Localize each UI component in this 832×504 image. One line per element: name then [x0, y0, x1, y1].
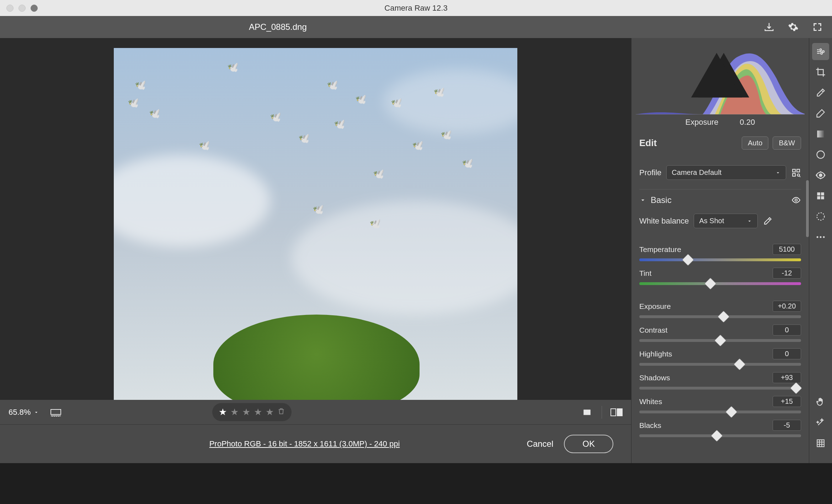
image-preview[interactable]: 🕊️ 🕊️ 🕊️ 🕊️ 🕊️ 🕊️ 🕊️ 🕊️ 🕊️ 🕊️ 🕊️ 🕊️ 🕊️ 🕊…	[114, 48, 517, 400]
svg-rect-13	[817, 130, 824, 138]
temperature-slider[interactable]: Temperature5100	[631, 237, 809, 261]
profile-label: Profile	[639, 168, 661, 177]
panel-scrollbar[interactable]	[806, 180, 809, 237]
star-5[interactable]: ★	[266, 407, 274, 418]
basic-section-header[interactable]: Basic	[631, 189, 809, 209]
svg-point-21	[817, 236, 818, 238]
histogram-readout: Exposure 0.20	[631, 114, 809, 130]
presets-tool-icon[interactable]	[812, 187, 829, 204]
eyedropper-tool-icon[interactable]	[812, 84, 829, 101]
gradient-tool-icon[interactable]	[812, 125, 829, 143]
basic-label: Basic	[651, 195, 672, 205]
svg-point-20	[817, 213, 825, 220]
slider-thumb[interactable]	[711, 430, 723, 442]
histogram-value: 0.20	[740, 118, 755, 127]
trash-icon[interactable]	[277, 407, 285, 418]
slider-value[interactable]: +15	[773, 396, 801, 407]
slider-label: Shadows	[639, 374, 670, 382]
close-window-icon[interactable]	[6, 5, 14, 12]
minimize-window-icon[interactable]	[18, 5, 26, 12]
chevron-down-icon	[747, 218, 752, 224]
chevron-down-icon	[775, 170, 781, 176]
histogram[interactable]	[631, 38, 809, 114]
slider-value[interactable]: 0	[773, 325, 801, 336]
tint-slider[interactable]: Tint-12	[631, 261, 809, 285]
svg-point-10	[820, 49, 822, 51]
image-canvas-area[interactable]: 🕊️ 🕊️ 🕊️ 🕊️ 🕊️ 🕊️ 🕊️ 🕊️ 🕊️ 🕊️ 🕊️ 🕊️ 🕊️ 🕊…	[0, 38, 631, 400]
radial-tool-icon[interactable]	[812, 146, 829, 163]
profile-value: Camera Default	[672, 168, 721, 177]
star-2[interactable]: ★	[230, 407, 239, 418]
svg-point-23	[823, 236, 825, 238]
slider-value[interactable]: -12	[773, 268, 801, 279]
before-view-icon[interactable]	[581, 406, 593, 418]
edit-tool-icon[interactable]	[812, 43, 829, 60]
slider-value[interactable]: 5100	[773, 244, 801, 255]
wb-select[interactable]: As Shot	[694, 214, 758, 228]
canvas-toolbar: 65.8% ★ ★ ★ ★ ★	[0, 400, 631, 424]
slider-label: Contrast	[639, 326, 667, 334]
zoom-window-icon[interactable]	[31, 5, 38, 12]
profile-select[interactable]: Camera Default	[666, 165, 786, 180]
svg-point-9	[795, 199, 798, 202]
svg-point-8	[797, 174, 800, 176]
svg-rect-3	[617, 409, 622, 416]
svg-rect-6	[797, 169, 800, 172]
auto-button[interactable]: Auto	[742, 136, 768, 150]
exposure-slider[interactable]: Exposure+0.20	[631, 294, 809, 318]
shadows-slider[interactable]: Shadows+93	[631, 366, 809, 390]
slider-value[interactable]: -5	[773, 420, 801, 431]
ok-button[interactable]: OK	[564, 435, 613, 453]
svg-rect-1	[583, 409, 591, 415]
magic-tool-icon[interactable]	[812, 414, 829, 431]
more-tool-icon[interactable]	[812, 229, 829, 246]
svg-rect-2	[611, 409, 616, 416]
svg-point-15	[819, 174, 822, 177]
svg-point-11	[822, 51, 824, 53]
spot-tool-icon[interactable]	[812, 208, 829, 225]
image-info[interactable]: ProPhoto RGB - 16 bit - 1852 x 1611 (3.0…	[209, 439, 400, 449]
slider-label: Temperature	[639, 245, 681, 254]
wb-eyedropper-icon[interactable]	[763, 216, 773, 226]
svg-rect-17	[821, 192, 824, 195]
hand-tool-icon[interactable]	[812, 393, 829, 411]
svg-rect-18	[817, 196, 820, 199]
titlebar: Camera Raw 12.3	[0, 0, 832, 16]
redeye-tool-icon[interactable]	[812, 167, 829, 184]
slider-value[interactable]: +0.20	[773, 301, 801, 312]
blacks-slider[interactable]: Blacks-5	[631, 413, 809, 437]
traffic-lights	[6, 5, 38, 12]
visibility-eye-icon[interactable]	[791, 195, 801, 205]
save-icon[interactable]	[763, 21, 775, 33]
star-3[interactable]: ★	[242, 407, 250, 418]
grid-tool-icon[interactable]	[812, 435, 829, 452]
star-1[interactable]: ★	[219, 407, 227, 418]
filmstrip-icon[interactable]	[50, 406, 62, 418]
edit-title: Edit	[639, 138, 657, 149]
zoom-level[interactable]: 65.8%	[9, 408, 39, 417]
slider-label: Highlights	[639, 350, 672, 358]
compare-view-icon[interactable]	[610, 406, 623, 418]
svg-rect-7	[793, 173, 795, 176]
whites-slider[interactable]: Whites+15	[631, 390, 809, 413]
slider-label: Blacks	[639, 421, 661, 430]
fullscreen-icon[interactable]	[811, 21, 823, 33]
settings-gear-icon[interactable]	[787, 21, 799, 33]
slider-value[interactable]: +93	[773, 372, 801, 383]
contrast-slider[interactable]: Contrast0	[631, 318, 809, 342]
svg-rect-24	[817, 440, 824, 447]
document-header: APC_0885.dng	[0, 16, 832, 38]
histogram-label: Exposure	[686, 118, 719, 127]
bw-button[interactable]: B&W	[773, 136, 801, 150]
slider-value[interactable]: 0	[773, 348, 801, 359]
highlight-clip-icon[interactable]	[628, 40, 805, 117]
crop-tool-icon[interactable]	[812, 64, 829, 81]
cancel-button[interactable]: Cancel	[527, 439, 554, 449]
profile-browser-icon[interactable]	[791, 168, 801, 178]
chevron-down-icon	[33, 409, 39, 415]
svg-rect-19	[821, 196, 824, 199]
svg-rect-5	[793, 169, 795, 172]
brush-tool-icon[interactable]	[812, 105, 829, 122]
star-4[interactable]: ★	[254, 407, 262, 418]
svg-rect-16	[817, 192, 820, 195]
